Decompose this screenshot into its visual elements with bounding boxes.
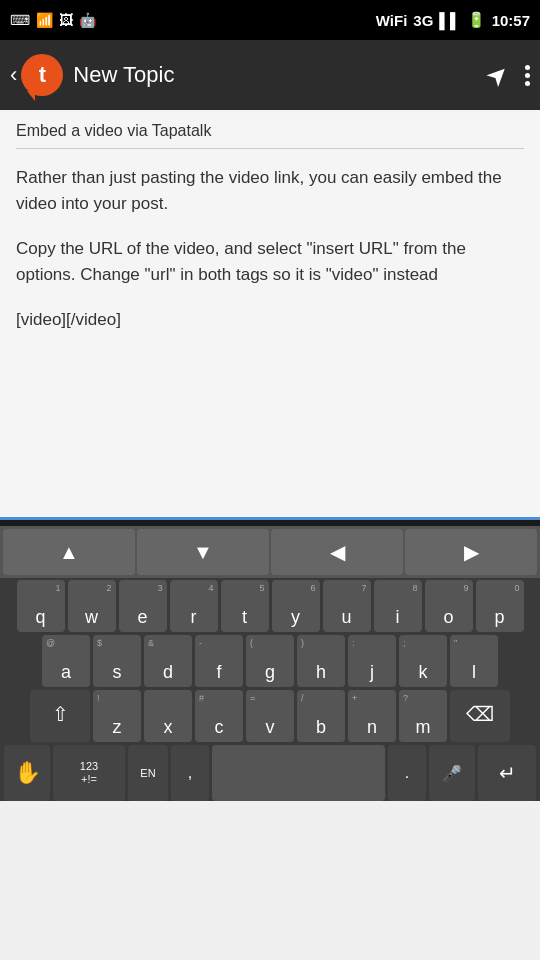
key-u[interactable]: 7u [323,580,371,632]
network-type: 3G [413,12,433,29]
keyboard-nav-row: ▲ ▼ ◀ ▶ [0,526,540,578]
key-r[interactable]: 4r [170,580,218,632]
key-l[interactable]: "l [450,635,498,687]
bottom-key-row: ✋ 123+!= EN , . 🎤 ↵ [2,745,538,801]
key-row-2: @a $s &d -f (g )h :j ;k "l [2,635,538,687]
signal-icon: ▌▌ [439,12,460,29]
key-j[interactable]: :j [348,635,396,687]
space-key[interactable] [212,745,385,801]
key-m[interactable]: ?m [399,690,447,742]
status-bar-right: WiFi 3G ▌▌ 🔋 10:57 [376,11,530,29]
key-row-3: ⇧ !z x #c =v /b +n ?m ⌫ [2,690,538,742]
key-q[interactable]: 1q [17,580,65,632]
nav-down-key[interactable]: ▼ [137,529,269,575]
page-title: New Topic [73,62,487,88]
key-t[interactable]: 5t [221,580,269,632]
key-s[interactable]: $s [93,635,141,687]
back-button[interactable]: ‹ [10,62,17,88]
nav-left-key[interactable]: ◀ [271,529,403,575]
status-bar: ⌨ 📶 🖼 🤖 WiFi 3G ▌▌ 🔋 10:57 [0,0,540,40]
num-key[interactable]: 123+!= [53,745,125,801]
lang-toggle-key[interactable]: ✋ [4,745,50,801]
key-y[interactable]: 6y [272,580,320,632]
key-p[interactable]: 0p [476,580,524,632]
key-n[interactable]: +n [348,690,396,742]
send-button[interactable]: ➤ [487,60,509,91]
paragraph-1: Rather than just pasting the video link,… [16,165,524,216]
enter-key[interactable]: ↵ [478,745,536,801]
wifi-icon: WiFi [376,12,408,29]
comma-key[interactable]: , [171,745,209,801]
key-z[interactable]: !z [93,690,141,742]
keyboard-rows: 1q 2w 3e 4r 5t 6y 7u 8i 9o 0p @a $s &d -… [0,578,540,801]
mic-key[interactable]: 🎤 [429,745,475,801]
key-e[interactable]: 3e [119,580,167,632]
key-g[interactable]: (g [246,635,294,687]
content-area[interactable]: Embed a video via Tapatalk Rather than j… [0,110,540,520]
key-a[interactable]: @a [42,635,90,687]
content-body: Rather than just pasting the video link,… [16,165,524,333]
android-icon: 🤖 [79,12,96,28]
tapatalk-logo[interactable]: t [21,54,63,96]
more-dot-3 [525,81,530,86]
backspace-icon: ⌫ [466,702,494,726]
paragraph-2: Copy the URL of the video, and select "i… [16,236,524,287]
key-d[interactable]: &d [144,635,192,687]
period-key[interactable]: . [388,745,426,801]
key-o[interactable]: 9o [425,580,473,632]
battery-icon: 🔋 [467,11,486,29]
key-x[interactable]: x [144,690,192,742]
lang-key[interactable]: EN [128,745,168,801]
key-k[interactable]: ;k [399,635,447,687]
keyboard-area: ▲ ▼ ◀ ▶ 1q 2w 3e 4r 5t 6y 7u 8i 9o 0p @a… [0,520,540,801]
status-bar-left: ⌨ 📶 🖼 🤖 [10,12,96,28]
shift-key[interactable]: ⇧ [30,690,90,742]
keyboard-icon: ⌨ [10,12,30,28]
video-tag: [video][/video] [16,310,121,329]
key-f[interactable]: -f [195,635,243,687]
sim-icon: 📶 [36,12,53,28]
content-title: Embed a video via Tapatalk [16,122,524,149]
key-h[interactable]: )h [297,635,345,687]
key-v[interactable]: =v [246,690,294,742]
nav-right-key[interactable]: ▶ [405,529,537,575]
key-w[interactable]: 2w [68,580,116,632]
action-bar: ‹ t New Topic ➤ [0,40,540,110]
image-icon: 🖼 [59,12,73,28]
nav-up-key[interactable]: ▲ [3,529,135,575]
key-c[interactable]: #c [195,690,243,742]
key-row-1: 1q 2w 3e 4r 5t 6y 7u 8i 9o 0p [2,580,538,632]
more-button[interactable] [525,65,530,86]
time-display: 10:57 [492,12,530,29]
more-dot-1 [525,65,530,70]
key-b[interactable]: /b [297,690,345,742]
key-i[interactable]: 8i [374,580,422,632]
more-dot-2 [525,73,530,78]
backspace-key[interactable]: ⌫ [450,690,510,742]
action-bar-icons: ➤ [487,60,530,91]
